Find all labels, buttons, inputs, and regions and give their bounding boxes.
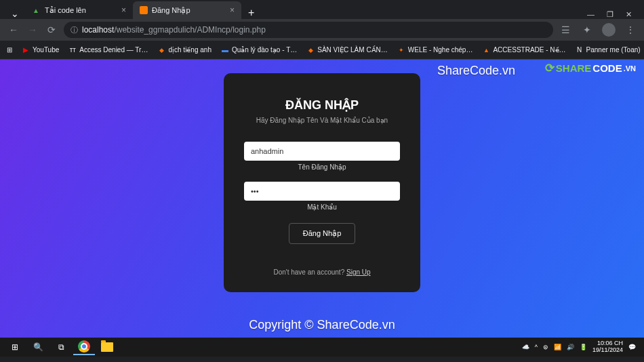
bookmark-youtube[interactable]: ▶YouTube (22, 46, 59, 54)
password-label: Mật Khẩu (244, 203, 400, 211)
url-text: localhost/website_ggmapdulich/ADMIncp/lo… (82, 25, 266, 35)
bookmark-panner[interactable]: NPanner me (Toan) (576, 46, 641, 54)
extension-icon[interactable]: ☰ (559, 23, 572, 37)
battery-icon[interactable]: 🔋 (580, 344, 587, 350)
watermark-bottom: Copyright © ShareCode.vn (249, 318, 395, 332)
login-subtitle: Hãy Đăng Nhập Tên Và Mật Khẩu Của bạn (244, 117, 400, 124)
forward-icon[interactable]: → (26, 23, 39, 37)
weather-icon[interactable]: ☁️ (522, 344, 529, 350)
maximize-icon[interactable]: ❐ (607, 10, 613, 19)
bookmark-quanly[interactable]: ▬Quản lý đào tạo - T… (221, 46, 297, 54)
tray-chevron-icon[interactable]: ^ (535, 344, 538, 350)
browser-tab-2[interactable]: Đăng Nhập × (133, 1, 241, 19)
reload-icon[interactable]: ⟳ (45, 23, 58, 37)
tab-favicon-icon: ▲ (31, 5, 41, 15)
tab-title: Tải code lên (45, 6, 86, 15)
signup-line: Don't have an account? Sign Up (244, 268, 400, 276)
search-icon[interactable]: 🔍 (27, 339, 49, 355)
url-bar: ← → ⟳ ⓘ localhost/website_ggmapdulich/AD… (0, 19, 644, 41)
login-title: ĐĂNG NHẬP (244, 98, 400, 113)
close-icon[interactable]: × (230, 5, 235, 15)
new-tab-button[interactable]: + (241, 7, 261, 19)
signup-link[interactable]: Sign Up (346, 268, 371, 276)
bookmark-dich[interactable]: ◆dịch tiếng anh (157, 46, 212, 54)
volume-icon[interactable]: 🔊 (567, 344, 574, 350)
start-button[interactable]: ⊞ (4, 339, 26, 355)
password-input[interactable] (244, 182, 400, 201)
bookmark-bar: ⊞ ▶YouTube ттAccess Denied — Tr… ◆dịch t… (0, 41, 644, 60)
back-icon[interactable]: ← (7, 23, 20, 37)
username-label: Tên Đăng Nhập (244, 163, 400, 171)
close-window-icon[interactable]: ✕ (626, 10, 632, 19)
bookmark-access-denied[interactable]: ттAccess Denied — Tr… (68, 46, 148, 54)
login-button[interactable]: Đăng Nhập (289, 223, 356, 244)
sharecode-logo: ⟳ SHARECODE.VN (545, 61, 636, 75)
tab-favicon-icon (140, 6, 148, 14)
site-info-icon[interactable]: ⓘ (71, 25, 78, 35)
system-clock[interactable]: 10:06 CH 19/11/2024 (592, 340, 623, 354)
file-explorer-icon[interactable] (96, 339, 118, 355)
wifi-icon[interactable]: 📶 (554, 344, 561, 350)
menu-icon[interactable]: ⋮ (624, 23, 637, 37)
profile-avatar[interactable] (602, 23, 616, 37)
address-bar[interactable]: ⓘ localhost/website_ggmapdulich/ADMIncp/… (64, 22, 553, 38)
page-content: ⟳ SHARECODE.VN ShareCode.vn ĐĂNG NHẬP Hã… (0, 60, 644, 338)
username-input[interactable] (244, 142, 400, 161)
chrome-taskbar-icon[interactable] (73, 339, 95, 355)
tab-title: Đăng Nhập (152, 6, 190, 15)
taskbar: ⊞ 🔍 ⧉ ☁️ ^ ⊜ 📶 🔊 🔋 10:06 CH 19/11/2024 💬 (0, 338, 644, 357)
bookmark-wele[interactable]: ✦WELE - Nghe chép… (397, 46, 473, 54)
tab-search-icon[interactable]: ⌄ (5, 8, 24, 19)
network-icon[interactable]: ⊜ (543, 344, 548, 350)
window-controls: — ❐ ✕ (587, 10, 639, 19)
login-card: ĐĂNG NHẬP Hãy Đăng Nhập Tên Và Mật Khẩu … (224, 73, 420, 292)
bookmark-sanviec[interactable]: ◆SÀN VIỆC LÀM CẦN… (306, 46, 388, 54)
minimize-icon[interactable]: — (587, 10, 595, 19)
notification-icon[interactable]: 💬 (628, 344, 636, 350)
watermark-top: ShareCode.vn (437, 64, 515, 78)
browser-tab-1[interactable]: ▲ Tải code lên × (24, 1, 133, 19)
apps-icon[interactable]: ⊞ (7, 46, 12, 54)
tab-strip: ⌄ ▲ Tải code lên × Đăng Nhập × + — ❐ ✕ (0, 0, 644, 19)
extensions-puzzle-icon[interactable]: ✦ (580, 23, 594, 37)
task-view-icon[interactable]: ⧉ (50, 339, 72, 355)
bookmark-accesstrade[interactable]: ▲ACCESSTRADE - Nề… (482, 46, 565, 54)
close-icon[interactable]: × (121, 5, 126, 15)
